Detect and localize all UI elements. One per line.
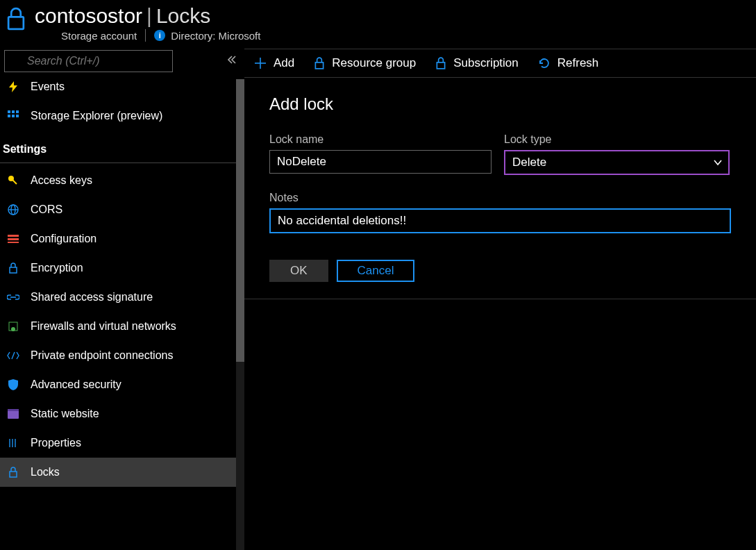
sidebar-item-label: Advanced security <box>31 378 121 391</box>
svg-rect-31 <box>316 62 324 69</box>
toolbar-label: Add <box>274 56 294 70</box>
toolbar-label: Subscription <box>453 56 519 70</box>
grid-icon <box>6 110 21 122</box>
sidebar-item-encryption[interactable]: Encryption <box>0 253 244 283</box>
key-icon <box>6 175 21 186</box>
svg-rect-11 <box>12 180 17 185</box>
scrollbar-thumb[interactable] <box>236 79 244 362</box>
panel-title: Add lock <box>269 94 731 114</box>
sidebar-item-sas[interactable]: Shared access signature <box>0 283 244 312</box>
svg-rect-9 <box>16 115 19 117</box>
svg-rect-6 <box>16 110 19 113</box>
sidebar-item-label: Private endpoint connections <box>31 349 173 362</box>
search-input[interactable] <box>4 50 173 72</box>
sidebar-item-configuration[interactable]: Configuration <box>0 224 244 253</box>
svg-rect-24 <box>8 409 19 411</box>
lock-type-label: Lock type <box>504 133 730 146</box>
svg-rect-17 <box>8 242 19 243</box>
sidebar-item-label: CORS <box>31 203 62 216</box>
sidebar-item-label: Events <box>31 81 65 93</box>
sidebar-item-label: Encryption <box>31 262 83 274</box>
sidebar-item-locks[interactable]: Locks <box>0 458 244 487</box>
website-icon <box>6 409 21 419</box>
add-lock-panel: Add lock Lock name Lock type Delete <box>244 78 756 299</box>
lock-icon <box>4 6 28 35</box>
endpoint-icon <box>6 351 21 360</box>
svg-point-21 <box>11 327 15 331</box>
sidebar-item-private-endpoint[interactable]: Private endpoint connections <box>0 341 244 370</box>
sidebar-section-settings: Settings <box>0 131 244 163</box>
sidebar-item-label: Static website <box>31 408 99 420</box>
lock-name-input[interactable] <box>269 150 492 174</box>
svg-rect-16 <box>8 238 19 240</box>
lock-name-label: Lock name <box>269 133 492 146</box>
breadcrumb-page: Locks <box>156 4 210 28</box>
sidebar: Events Storage Explorer (preview) Settin… <box>0 49 244 550</box>
lock-icon <box>314 57 325 69</box>
sidebar-item-label: Storage Explorer (preview) <box>31 110 162 122</box>
page-header: contosostor | Locks Storage account i Di… <box>0 0 756 49</box>
subscription-button[interactable]: Subscription <box>435 56 519 70</box>
page-title: contosostor | Locks <box>35 4 260 28</box>
cancel-button[interactable]: Cancel <box>337 260 415 282</box>
sidebar-nav: Events Storage Explorer (preview) Settin… <box>0 79 244 550</box>
svg-marker-3 <box>9 81 17 92</box>
sidebar-item-events[interactable]: Events <box>0 79 244 101</box>
sidebar-item-properties[interactable]: Properties <box>0 428 244 458</box>
title-separator: | <box>146 4 152 28</box>
lock-icon <box>6 467 21 478</box>
toolbar-label: Resource group <box>332 56 416 70</box>
toolbar-label: Refresh <box>557 56 599 70</box>
svg-rect-18 <box>10 267 17 273</box>
add-button[interactable]: Add <box>254 56 294 70</box>
sidebar-item-static-website[interactable]: Static website <box>0 399 244 428</box>
command-bar: Add Resource group Subscription Refresh <box>244 49 756 78</box>
info-icon[interactable]: i <box>154 30 165 41</box>
lock-icon <box>6 262 21 274</box>
sidebar-item-label: Configuration <box>31 233 96 245</box>
resource-type-label: Storage account <box>61 30 137 42</box>
link-icon <box>6 293 21 301</box>
sidebar-item-label: Shared access signature <box>31 291 153 303</box>
bars-icon <box>6 235 21 243</box>
sidebar-item-advanced-security[interactable]: Advanced security <box>0 370 244 399</box>
notes-input[interactable] <box>269 208 731 233</box>
refresh-icon <box>538 57 551 69</box>
svg-rect-8 <box>12 115 15 117</box>
svg-rect-28 <box>10 472 17 477</box>
sidebar-item-storage-explorer[interactable]: Storage Explorer (preview) <box>0 101 244 131</box>
main-content: Add Resource group Subscription Refresh <box>244 49 756 550</box>
resource-group-button[interactable]: Resource group <box>314 56 416 70</box>
collapse-sidebar-button[interactable] <box>224 51 240 71</box>
sidebar-item-firewalls[interactable]: Firewalls and virtual networks <box>0 312 244 341</box>
globe-icon <box>6 204 21 215</box>
sidebar-item-label: Access keys <box>31 174 92 187</box>
firewall-icon <box>6 321 21 332</box>
properties-icon <box>6 438 21 449</box>
divider <box>145 29 146 42</box>
shield-icon <box>6 379 21 390</box>
notes-label: Notes <box>269 192 731 204</box>
plus-icon <box>254 57 267 69</box>
svg-rect-4 <box>8 110 10 113</box>
svg-rect-7 <box>8 115 10 117</box>
svg-rect-5 <box>12 110 15 113</box>
svg-line-22 <box>12 352 15 359</box>
ok-button[interactable]: OK <box>269 260 328 282</box>
resource-name: contosostor <box>35 4 142 28</box>
lock-icon <box>435 57 446 69</box>
sidebar-item-label: Locks <box>31 466 60 478</box>
sidebar-item-label: Firewalls and virtual networks <box>31 320 176 333</box>
directory-label: Directory: Microsoft <box>171 30 260 42</box>
svg-rect-32 <box>437 62 445 69</box>
refresh-button[interactable]: Refresh <box>538 56 599 70</box>
sidebar-item-cors[interactable]: CORS <box>0 195 244 224</box>
lock-type-select[interactable]: Delete <box>504 150 730 175</box>
sidebar-item-label: Properties <box>31 437 81 449</box>
bolt-icon <box>6 81 21 92</box>
svg-rect-15 <box>8 235 19 237</box>
sidebar-item-access-keys[interactable]: Access keys <box>0 166 244 195</box>
svg-rect-0 <box>8 17 24 29</box>
scrollbar-track[interactable] <box>236 79 244 550</box>
